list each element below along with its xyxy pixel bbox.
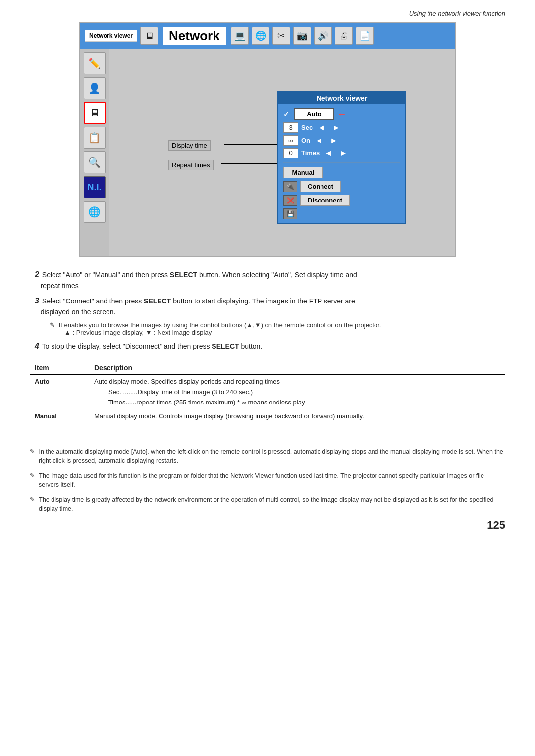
auto-check: ✓ [283,110,289,118]
sidebar-icon-ni[interactable]: N.I. [84,176,106,198]
table-header-item: Item [30,362,89,374]
sec-row: 3 Sec ◄ ► [283,122,400,133]
step3-text-before: Select "Connect" and then press [42,297,144,305]
footer-note-3: ✎ The display time is greatly affected b… [30,495,505,514]
line-repeat [221,163,278,164]
sub-note-1: ✎ It enables you to browse the images by… [50,321,500,329]
footer-note-1: ✎ In the automatic displaying mode [Auto… [30,447,505,466]
times-value: 0 [283,148,298,158]
network-viewer-popup: Network viewer ✓ Auto ← 3 Sec ◄ [277,91,406,224]
sec-right-btn[interactable]: ► [330,123,342,132]
save-icon[interactable]: 💾 [283,208,297,219]
disconnect-row: ❌ Disconnect [283,195,400,206]
popup-title: Network viewer [278,92,405,104]
toolbar-icon-globe[interactable]: 🌐 [252,27,269,45]
connect-row: 🔌 Connect [283,181,400,192]
diagram-wrapper: Display time Repeat times Network viewer… [159,58,406,247]
pencil-icon-4: ✎ [30,496,35,503]
center-area: Display time Repeat times Network viewer… [109,49,455,256]
table-desc-auto: Auto display mode. Specifies display per… [89,374,505,409]
sidebar: ✏️ 👤 🖥 📋 🔍 N.I. 🌐 [80,49,109,256]
toolbar-network-text: Network [163,27,226,45]
pencil-icon-2: ✎ [30,448,35,455]
step4: 4 To stop the display, select "Disconnec… [35,340,500,352]
popup-body: ✓ Auto ← 3 Sec ◄ ► ∞ [278,104,405,223]
times-left-btn[interactable]: ◄ [322,149,334,158]
step4-num: 4 [35,342,39,350]
auto-row: ✓ Auto ← [283,108,400,120]
manual-button[interactable]: Manual [283,167,323,178]
on-right-btn[interactable]: ► [328,136,340,145]
table-row-auto: Auto Auto display mode. Specifies displa… [30,374,505,409]
on-label: On [301,137,310,144]
sidebar-icon-computer[interactable]: 🖥 [84,102,106,124]
toolbar: Network viewer 🖥 Network 💻 🌐 ✂ 📷 🔊 🖨 📄 [80,23,455,49]
step2-num: 2 [35,270,39,279]
sidebar-icon-network[interactable]: 🌐 [84,201,106,223]
step4-text-after: button. [239,342,263,350]
save-row: 💾 [283,208,400,219]
page-number: 125 [30,519,505,532]
main-content: ✏️ 👤 🖥 📋 🔍 N.I. 🌐 Display time Repeat ti… [80,49,455,256]
connect-button[interactable]: Connect [300,181,341,192]
times-right-btn[interactable]: ► [337,149,349,158]
on-row: ∞ On ◄ ► [283,135,400,146]
table-header-description: Description [89,362,505,374]
times-label: Times [301,150,320,157]
separator1 [283,162,400,163]
toolbar-icon-camera[interactable]: 📷 [293,27,311,45]
sub-note-2: ▲ : Previous image display, ▼ : Next ima… [64,329,500,336]
step3-num: 3 [35,297,39,305]
manual-row: Manual [283,167,400,178]
auto-button[interactable]: Auto [294,108,334,120]
data-table: Item Description Auto Auto display mode.… [30,362,505,424]
table-item-auto: Auto [30,374,89,409]
sidebar-icon-document[interactable]: 📋 [84,127,106,149]
line-display [224,144,278,145]
toolbar-icon-scissors[interactable]: ✂ [272,27,290,45]
step2-bold: SELECT [170,271,197,279]
footer-note-2: ✎ The image data used for this function … [30,471,505,490]
disconnect-button[interactable]: Disconnect [300,195,350,206]
label-repeat-times: Repeat times [168,160,214,170]
step2-text-before: Select "Auto" or "Manual" and then press [42,271,170,279]
sidebar-icon-pen[interactable]: ✏️ [84,52,106,74]
toolbar-icon-printer[interactable]: 🖨 [335,27,353,45]
instructions: 2 Select "Auto" or "Manual" and then pre… [30,269,505,352]
on-value: ∞ [283,135,298,146]
connect-icon: 🔌 [283,181,297,192]
sec-label: Sec [301,124,313,131]
sidebar-icon-person[interactable]: 👤 [84,77,106,99]
toolbar-icon-speaker[interactable]: 🔊 [314,27,332,45]
toolbar-icon-doc[interactable]: 📄 [356,27,374,45]
sec-left-btn[interactable]: ◄ [316,123,327,132]
toolbar-icon-pc[interactable]: 🖥 [140,27,158,45]
times-row: 0 Times ◄ ► [283,148,400,158]
auto-arrow-indicator: ← [337,108,347,120]
disconnect-icon: ❌ [283,195,297,206]
screenshot-area: Network viewer 🖥 Network 💻 🌐 ✂ 📷 🔊 🖨 📄 ✏… [79,22,456,257]
table-row-manual: Manual Manual display mode. Controls ima… [30,409,505,424]
label-display-time: Display time [168,140,211,151]
sec-value: 3 [283,122,298,133]
step2-text-after: button. When selecting "Auto", Set displ… [197,271,357,279]
step4-text-before: To stop the display, select "Disconnect"… [42,342,212,350]
step3-bold: SELECT [144,297,171,305]
step3-text-after: button to start displaying. The images i… [171,297,355,305]
pencil-icon-1: ✎ [50,321,55,329]
table-desc-manual: Manual display mode. Controls image disp… [89,409,505,424]
footer-notes: ✎ In the automatic displaying mode [Auto… [30,439,505,514]
toolbar-label: Network viewer [85,30,137,42]
page-header: Using the network viewer function [30,10,505,17]
on-left-btn[interactable]: ◄ [313,136,325,145]
sidebar-icon-search[interactable]: 🔍 [84,151,106,173]
step2: 2 Select "Auto" or "Manual" and then pre… [35,269,500,291]
step4-bold: SELECT [212,342,239,350]
toolbar-icon-laptop[interactable]: 💻 [231,27,249,45]
table-item-manual: Manual [30,409,89,424]
pencil-icon-3: ✎ [30,472,35,479]
step3: 3 Select "Connect" and then press SELECT… [35,295,500,317]
